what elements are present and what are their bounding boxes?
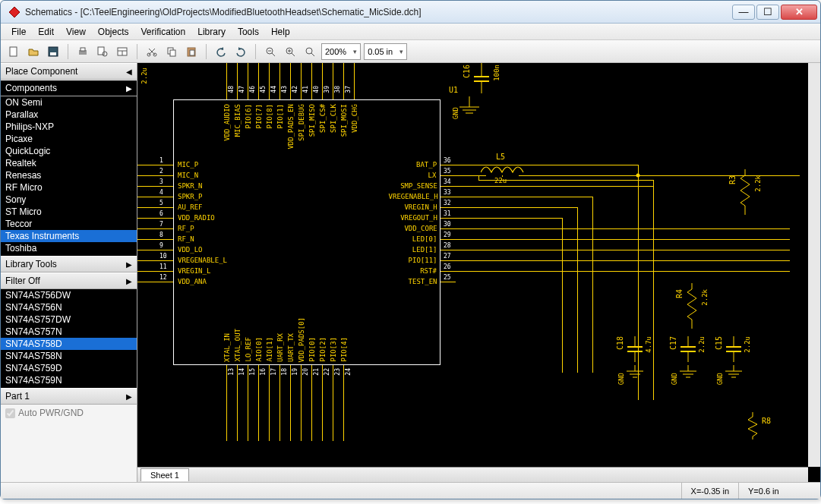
menu-objects[interactable]: Objects (92, 25, 135, 39)
app-window: Schematics - [C:\TeelEngineering\OldProj… (0, 0, 821, 499)
close-button[interactable]: ✕ (781, 5, 817, 20)
components-header[interactable]: Components▶ (1, 80, 137, 96)
list-item[interactable]: Parallax (1, 109, 137, 121)
list-item[interactable]: Philips-NXP (1, 121, 137, 133)
menu-tools[interactable]: Tools (232, 25, 265, 39)
svg-line-25 (311, 53, 314, 56)
cap-c16 (470, 63, 493, 101)
menubar: File Edit View Objects Verification Libr… (1, 24, 820, 40)
parts-list[interactable]: SN74AS756DW SN74AS756N SN74AS757DW SN74A… (1, 289, 137, 388)
gnd-symbol (677, 365, 699, 385)
undo-icon[interactable] (213, 43, 229, 60)
list-item[interactable]: Picaxe (1, 133, 137, 145)
list-item[interactable]: SN74AS758D (1, 338, 137, 350)
workspace: Place Component◀ Components▶ ON Semi Par… (1, 63, 820, 482)
titleblock-icon[interactable] (114, 43, 131, 60)
list-item[interactable]: Teccor (1, 218, 137, 230)
list-item[interactable]: Renesas (1, 169, 137, 181)
new-icon[interactable] (5, 43, 22, 60)
list-item[interactable]: SN74AS756N (1, 301, 137, 313)
minimize-button[interactable]: — (732, 5, 755, 20)
resistor-r3 (737, 169, 753, 215)
copy-icon[interactable] (163, 43, 180, 60)
menu-file[interactable]: File (5, 25, 32, 39)
list-item[interactable]: SN74AS756DW (1, 289, 137, 301)
svg-rect-6 (98, 47, 104, 55)
menu-edit[interactable]: Edit (32, 25, 60, 39)
cap-c18 (624, 336, 646, 367)
resistor-r4 (684, 283, 699, 329)
svg-rect-16 (190, 50, 194, 55)
cut-icon[interactable] (144, 43, 160, 60)
print-icon[interactable] (74, 43, 91, 60)
svg-rect-1 (10, 47, 17, 56)
vertical-scrollbar[interactable] (808, 63, 820, 467)
statusbar: X=-0.35 in Y=0.6 in (1, 482, 820, 499)
menu-library[interactable]: Library (191, 25, 232, 39)
gnd-symbol (722, 365, 745, 385)
filter-header[interactable]: Filter Off▶ (1, 272, 137, 289)
list-item[interactable]: SN74AS759D (1, 362, 137, 374)
svg-line-18 (272, 53, 275, 56)
status-x: X=-0.35 in (681, 483, 738, 499)
sheet-tab-1[interactable]: Sheet 1 (141, 468, 189, 481)
list-item[interactable]: RF Micro (1, 181, 137, 194)
list-item[interactable]: Texas Instruments (1, 230, 137, 242)
list-item[interactable]: QuickLogic (1, 145, 137, 157)
window-title: Schematics - [C:\TeelEngineering\OldProj… (25, 7, 732, 17)
menu-view[interactable]: View (60, 25, 92, 39)
list-item[interactable]: SN74AS758N (1, 350, 137, 362)
part-header[interactable]: Part 1▶ (1, 388, 137, 405)
titlebar: Schematics - [C:\TeelEngineering\OldProj… (1, 1, 820, 24)
chevron-right-icon: ▶ (126, 277, 132, 285)
svg-marker-0 (9, 7, 20, 17)
svg-point-24 (306, 48, 312, 54)
library-tools-header[interactable]: Library Tools▶ (1, 256, 137, 272)
resistor-r8 (745, 412, 760, 439)
zoom-out-icon[interactable] (262, 43, 279, 60)
list-item[interactable]: ON Semi (1, 96, 137, 109)
chevron-right-icon: ▶ (126, 260, 132, 269)
open-icon[interactable] (25, 43, 42, 60)
zoom-in-icon[interactable] (282, 43, 298, 60)
list-item[interactable]: SN74AS759N (1, 374, 137, 386)
cap-c15 (722, 336, 745, 367)
svg-rect-14 (170, 50, 175, 56)
redo-icon[interactable] (232, 43, 249, 60)
list-item[interactable]: Toshiba (1, 242, 137, 254)
auto-pwr-gnd-checkbox[interactable]: Auto PWR/GND (1, 405, 137, 421)
toolbar: 200% 0.05 in (1, 40, 820, 63)
chip-ref: U1 (449, 86, 458, 94)
preview-icon[interactable] (94, 43, 111, 60)
svg-rect-5 (81, 48, 85, 51)
inductor-l5 (481, 162, 526, 175)
paste-icon[interactable] (183, 43, 200, 60)
list-item[interactable]: Sony (1, 194, 137, 206)
checkbox-icon[interactable] (5, 408, 15, 418)
gnd-symbol (624, 365, 646, 385)
collapse-icon: ◀ (126, 68, 132, 76)
list-item[interactable]: Realtek (1, 157, 137, 169)
zoom-extents-icon[interactable] (302, 43, 318, 60)
grid-select[interactable]: 0.05 in (364, 43, 407, 60)
list-item[interactable]: ST Micro (1, 206, 137, 218)
menu-help[interactable]: Help (265, 25, 296, 39)
chevron-right-icon: ▶ (126, 392, 132, 401)
svg-line-21 (292, 53, 295, 56)
place-component-header[interactable]: Place Component◀ (1, 63, 137, 80)
status-y: Y=0.6 in (738, 483, 814, 499)
maximize-button[interactable]: ☐ (756, 5, 779, 20)
chip-outline (173, 99, 440, 365)
sheet-tabs: Sheet 1 (137, 467, 808, 482)
app-icon (8, 6, 21, 18)
manufacturer-list[interactable]: ON Semi Parallax Philips-NXP Picaxe Quic… (1, 96, 137, 256)
cap-c17 (677, 336, 699, 367)
list-item[interactable]: SN74AS757DW (1, 313, 137, 326)
list-item[interactable]: SN74AS757N (1, 326, 137, 338)
chevron-right-icon: ▶ (126, 84, 132, 93)
menu-verification[interactable]: Verification (135, 25, 192, 39)
zoom-select[interactable]: 200% (321, 43, 361, 60)
save-icon[interactable] (45, 43, 62, 60)
schematic-canvas[interactable]: U1 2.2u 1MIC_P2MIC_N3SPKR_N4SPKR_P5AU_RE… (137, 63, 820, 482)
cap-val: 2.2u (141, 68, 148, 84)
